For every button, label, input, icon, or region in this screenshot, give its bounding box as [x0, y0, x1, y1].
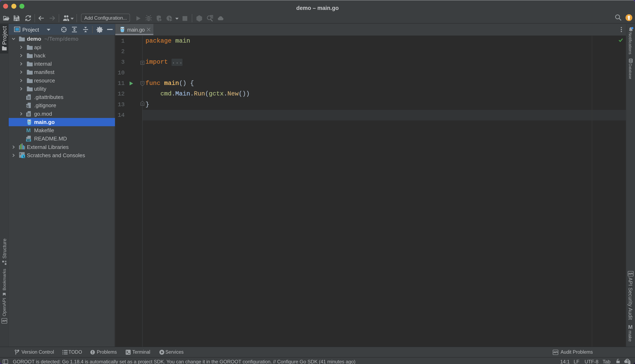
svg-text:MD: MD	[27, 139, 30, 142]
